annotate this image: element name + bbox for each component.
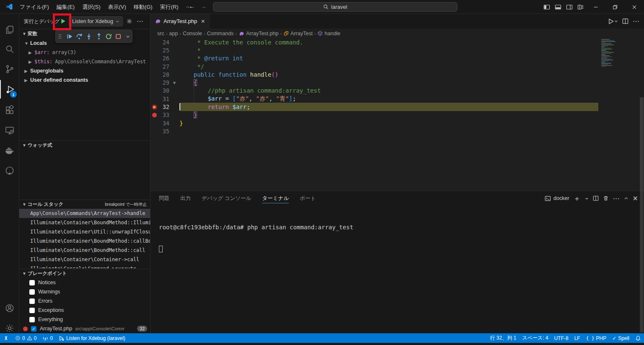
scope-superglobals[interactable]: ▶ Superglobals: [19, 66, 150, 75]
fold-chevron-icon[interactable]: ▼: [169, 80, 179, 85]
ports-status[interactable]: 0: [39, 333, 56, 343]
menu-item[interactable]: 編集(E): [53, 2, 78, 12]
call-stack-frame[interactable]: Illuminate\Container\BoundMethod::callBo…: [19, 236, 150, 246]
close-window-button[interactable]: [625, 0, 644, 14]
terminal-output[interactable]: root@c8fc193ebbfb:/data# php artisan com…: [159, 210, 636, 333]
notifications-bell[interactable]: [632, 333, 644, 343]
call-stack-frame[interactable]: Illuminate\Console\Command->execute: [19, 264, 150, 268]
code-line[interactable]: 33 }: [151, 111, 644, 119]
code-editor[interactable]: 24 * Execute the console command.25 *26 …: [151, 38, 644, 191]
call-stack-frame[interactable]: Illuminate\Container\Util::unwrapIfClosu…: [19, 227, 150, 236]
breakpoint-option-row[interactable]: Errors: [19, 296, 150, 306]
breakpoint-gutter[interactable]: [151, 119, 158, 127]
breakpoint-gutter[interactable]: [151, 54, 158, 62]
cursor-position-status[interactable]: 行 32、列 1: [487, 333, 519, 343]
run-or-debug-button[interactable]: [606, 16, 619, 26]
terminal-profile-select[interactable]: docker: [545, 195, 569, 202]
breakpoint-option-row[interactable]: Notices: [19, 278, 150, 287]
breakpoint-checkbox[interactable]: ✓: [31, 326, 36, 332]
minimize-button[interactable]: [586, 0, 605, 14]
code-line[interactable]: 32 return $arr;: [151, 103, 644, 111]
breadcrumb-item[interactable]: Commands: [207, 31, 234, 36]
split-editor-icon[interactable]: [621, 16, 630, 26]
breakpoint-checkbox[interactable]: [29, 280, 35, 285]
code-line[interactable]: 28 public function handle(): [151, 70, 644, 78]
views-more-actions-icon[interactable]: ⋯: [135, 17, 145, 26]
code-line[interactable]: 25 *: [151, 46, 644, 54]
launch-configuration-dropdown[interactable]: Listen for Xdebug: [69, 16, 123, 26]
menu-item[interactable]: 表示(V): [104, 2, 130, 12]
breakpoint-gutter[interactable]: [151, 127, 158, 135]
watch-section-header[interactable]: ▼ ウォッチ式: [19, 140, 150, 150]
variable-this[interactable]: ▶ $this: App\Console\Commands\ArrayTest: [19, 57, 150, 66]
encoding-status[interactable]: UTF-8: [551, 333, 571, 343]
restart-button[interactable]: [104, 31, 113, 42]
breadcrumb-item[interactable]: handle: [317, 31, 340, 36]
panel-tab[interactable]: 問題: [159, 191, 169, 205]
code-line[interactable]: 24 * Execute the console command.: [151, 38, 644, 46]
breakpoint-option-row[interactable]: Warnings: [19, 287, 150, 296]
breakpoint-checkbox[interactable]: [29, 289, 35, 295]
nav-forward-button[interactable]: →: [199, 3, 208, 10]
extensions-icon[interactable]: [0, 101, 19, 119]
code-line[interactable]: 27 */: [151, 62, 644, 70]
breakpoint-gutter[interactable]: [151, 103, 158, 111]
problems-status[interactable]: 0 0: [12, 333, 39, 343]
breakpoint-checkbox[interactable]: [29, 308, 35, 313]
breadcrumb-item[interactable]: src: [157, 31, 164, 36]
breakpoint-option-row[interactable]: Everything: [19, 315, 150, 324]
restore-button[interactable]: [605, 0, 625, 14]
breakpoint-gutter[interactable]: [151, 87, 158, 95]
step-over-button[interactable]: [75, 31, 83, 42]
docker-icon[interactable]: [0, 141, 19, 160]
toggle-secondary-sidebar-icon[interactable]: [564, 0, 575, 14]
breakpoint-gutter[interactable]: [151, 95, 158, 103]
menu-item[interactable]: 選択(S): [78, 2, 104, 12]
breakpoint-checkbox[interactable]: [29, 317, 35, 322]
panel-more-actions-icon[interactable]: ⋯: [613, 195, 620, 202]
indentation-status[interactable]: スペース: 4: [519, 333, 551, 343]
explorer-icon[interactable]: [0, 21, 19, 39]
spell-status[interactable]: ✓ Spell: [609, 333, 632, 343]
eol-status[interactable]: LF: [571, 333, 583, 343]
menu-item[interactable]: 実行(R): [156, 2, 182, 12]
breakpoint-gutter[interactable]: [151, 38, 158, 46]
code-line[interactable]: 29▼ {: [151, 78, 644, 86]
breakpoint-gutter[interactable]: [151, 111, 158, 119]
breakpoint-gutter[interactable]: [151, 70, 158, 78]
stop-button[interactable]: [114, 31, 122, 42]
run-and-debug-icon[interactable]: 1: [0, 80, 19, 99]
stop-dropdown-chevron-icon[interactable]: [124, 31, 132, 42]
breadcrumb-item[interactable]: ArrayTest: [283, 31, 313, 36]
command-center-search[interactable]: laravel: [213, 2, 457, 12]
call-stack-frame[interactable]: Illuminate\Container\Container->call: [19, 255, 150, 264]
panel-tab[interactable]: ポート: [300, 191, 316, 205]
editor-more-actions-icon[interactable]: ⋯: [631, 16, 641, 26]
call-stack-frame[interactable]: Illuminate\Container\BoundMethod::call: [19, 246, 150, 255]
code-line[interactable]: 35: [151, 127, 644, 135]
nav-back-button[interactable]: ←: [187, 3, 197, 10]
breadcrumb-item[interactable]: Console: [183, 31, 202, 36]
split-terminal-icon[interactable]: [593, 195, 599, 201]
tab-close-icon[interactable]: ✕: [201, 18, 205, 24]
toggle-sidebar-icon[interactable]: [541, 0, 552, 14]
remote-indicator[interactable]: [0, 333, 12, 343]
remote-explorer-icon[interactable]: [0, 121, 19, 140]
github-icon[interactable]: [0, 161, 19, 180]
call-stack-frame[interactable]: App\Console\Commands\ArrayTest->handle: [19, 209, 150, 218]
breakpoint-gutter[interactable]: [151, 46, 158, 54]
step-out-button[interactable]: [95, 31, 103, 42]
terminal-dropdown-chevron-icon[interactable]: [585, 197, 589, 200]
continue-button[interactable]: [65, 31, 74, 42]
toggle-panel-icon[interactable]: [552, 0, 564, 14]
debug-settings-gear-icon[interactable]: [125, 17, 134, 26]
debug-status[interactable]: Listen for Xdebug (laravel): [56, 333, 128, 343]
new-terminal-button[interactable]: ＋: [574, 194, 581, 203]
breakpoint-gutter[interactable]: [151, 62, 158, 70]
panel-tab[interactable]: ターミナル: [262, 191, 289, 205]
panel-tab[interactable]: 出力: [180, 191, 191, 205]
code-line[interactable]: 30 //php artisan command:array_test: [151, 87, 644, 95]
variable-arr[interactable]: ▶ $arr: array(3): [19, 48, 150, 57]
menu-item[interactable]: 移動(G): [130, 2, 156, 12]
breakpoint-option-row[interactable]: Exceptions: [19, 306, 150, 315]
